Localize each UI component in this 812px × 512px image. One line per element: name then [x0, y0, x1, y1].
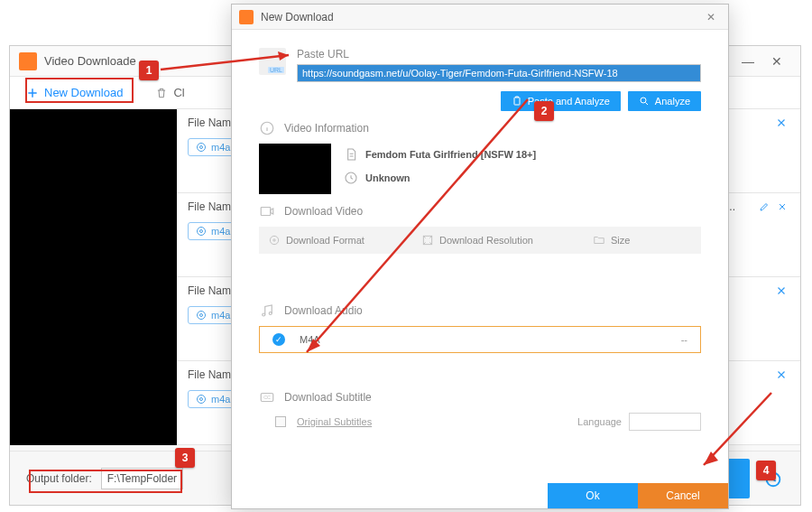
svg-point-3 [200, 230, 203, 233]
item-thumbnail [10, 193, 177, 277]
close-button[interactable]: ✕ [762, 51, 791, 72]
svg-point-14 [270, 236, 278, 244]
resolution-icon [421, 234, 434, 247]
music-icon [259, 303, 275, 319]
clipboard-icon [512, 96, 522, 107]
svg-rect-13 [261, 208, 271, 216]
dialog-title: New Download [261, 11, 334, 23]
language-label: Language [577, 416, 622, 427]
close-icon[interactable] [775, 116, 788, 129]
video-info-title: Femdom Futa Girlfriend [NSFW 18+] [365, 149, 536, 160]
dialog-close-button[interactable]: ✕ [701, 11, 721, 23]
download-subtitle-section: CC Download Subtitle Original Subtitles … [259, 389, 701, 431]
svg-point-0 [198, 144, 206, 152]
file-icon [344, 147, 358, 162]
svg-rect-9 [514, 98, 520, 105]
app-logo-small [239, 10, 254, 24]
svg-point-6 [198, 396, 206, 404]
svg-point-15 [273, 239, 275, 241]
app-logo [19, 52, 37, 70]
analyze-button[interactable]: Analyze [628, 91, 701, 111]
svg-point-7 [200, 398, 203, 401]
url-icon [259, 48, 286, 75]
svg-text:CC: CC [263, 395, 271, 400]
app-title: Video Downloade [44, 54, 136, 68]
close-icon[interactable] [777, 200, 788, 213]
original-subtitles-label: Original Subtitles [297, 416, 372, 427]
disc-icon [196, 394, 207, 405]
output-folder-field[interactable]: F:\TempFolder [101, 468, 183, 489]
disc-icon [196, 226, 207, 237]
minimize-button[interactable]: — [734, 51, 762, 72]
disc-icon [196, 310, 207, 321]
disc-icon [196, 142, 207, 153]
close-icon[interactable] [775, 284, 788, 297]
radio-on-icon [272, 333, 285, 346]
new-download-button[interactable]: New Download [21, 82, 128, 103]
video-info-duration: Unknown [365, 172, 411, 183]
paste-url-label: Paste URL [297, 48, 701, 61]
cl-button[interactable]: Cl [150, 82, 189, 103]
video-information-label: Video Information [284, 122, 369, 135]
dialog-footer: Ok Cancel [232, 483, 728, 508]
disc2-icon [268, 234, 281, 247]
info-icon [259, 120, 275, 136]
download-audio-section: Download Audio M4A -- [259, 303, 701, 380]
search-icon [639, 96, 650, 107]
new-download-label: New Download [44, 86, 123, 99]
clock-icon[interactable] [762, 468, 784, 489]
svg-point-1 [200, 146, 203, 149]
item-thumbnail [10, 109, 177, 193]
language-select[interactable] [629, 413, 701, 431]
new-download-dialog: New Download ✕ Paste URL https://soundga… [231, 4, 729, 509]
video-icon [259, 203, 275, 219]
video-grid-header: Download Format Download Resolution Size [259, 227, 701, 254]
folder-icon [593, 234, 605, 247]
close-icon[interactable] [775, 368, 788, 381]
svg-point-18 [269, 312, 272, 315]
svg-point-5 [200, 314, 203, 317]
svg-point-2 [198, 228, 206, 236]
cancel-button[interactable]: Cancel [638, 483, 728, 508]
dialog-titlebar: New Download ✕ [232, 5, 728, 30]
svg-point-4 [198, 312, 206, 320]
original-subtitles-checkbox[interactable] [275, 416, 286, 427]
svg-point-17 [263, 313, 265, 316]
clock2-icon [344, 171, 358, 185]
ok-button[interactable]: Ok [548, 483, 638, 508]
plus-icon [26, 87, 39, 99]
item-thumbnail [10, 361, 177, 445]
audio-option[interactable]: M4A -- [259, 326, 701, 353]
download-subtitle-label: Download Subtitle [284, 391, 372, 404]
audio-dash: -- [681, 334, 687, 345]
cc-icon: CC [259, 389, 275, 405]
download-video-section: Download Video Download Format Download … [259, 203, 701, 293]
item-thumbnail [10, 277, 177, 361]
cl-label: Cl [173, 86, 184, 99]
video-information-section: Video Information Femdom Futa Girlfriend… [259, 120, 701, 194]
paste-and-analyze-button[interactable]: Paste and Analyze [501, 91, 621, 111]
paste-url-section: Paste URL https://soundgasm.net/u/Oolay-… [259, 48, 701, 111]
download-audio-label: Download Audio [284, 304, 363, 317]
svg-point-10 [641, 98, 646, 103]
url-input[interactable]: https://soundgasm.net/u/Oolay-Tiger/Femd… [297, 64, 701, 82]
trash-icon [155, 87, 168, 99]
output-folder-label: Output folder: [26, 472, 92, 485]
video-info-thumbnail [259, 144, 331, 194]
download-video-label: Download Video [284, 205, 363, 218]
edit-icon[interactable] [759, 200, 770, 213]
audio-format: M4A [300, 334, 320, 345]
